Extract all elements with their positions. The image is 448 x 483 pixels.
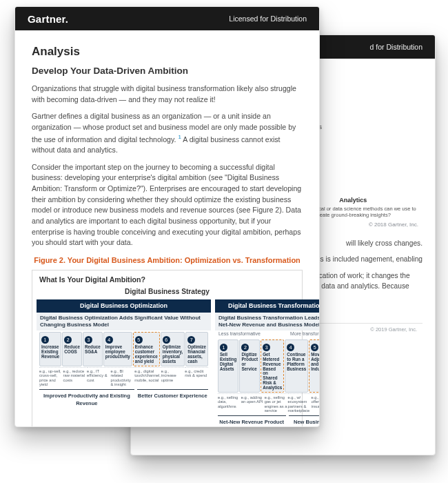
step-example: e.g., increase uptime <box>161 367 185 388</box>
body-paragraph: Organizations that struggle with digital… <box>32 83 303 105</box>
step-title: Enhance customer experience and yield <box>135 345 158 364</box>
document-page-front: Gartner. Licensed for Distribution Analy… <box>14 6 320 427</box>
step-title: Move Into Adjacent and New Industries <box>311 353 320 372</box>
step-title: Increase Existing Revenue <box>41 345 59 359</box>
header-bar: Gartner. Licensed for Distribution <box>15 7 319 30</box>
step-card: 2Digitize Product or Service <box>239 339 260 393</box>
step-card: 3Reduce SG&A <box>83 332 103 366</box>
step-card: 3Get Metered Revenue Based on Shared Ris… <box>261 339 284 393</box>
step-number-icon: 2 <box>241 344 249 351</box>
step-number-icon: 1 <box>220 344 227 351</box>
step-title: Reduce SG&A <box>85 345 101 355</box>
step-card: 4Improve employee productivity <box>103 332 132 366</box>
step-example: e.g., Tesla offering insurance <box>311 393 320 414</box>
page-subtitle: Develop Your Data-Driven Ambition <box>32 64 303 78</box>
step-example: e.g., up-sell, cross-sell, price and yie… <box>39 367 63 388</box>
step-title: Continue to Run a Platform Business <box>287 353 306 372</box>
column-header: Digital Business Transformation <box>215 299 320 313</box>
scale-low: Less transformative <box>218 331 261 337</box>
step-number-icon: 7 <box>187 336 195 344</box>
scale-high: More transformative <box>290 331 320 337</box>
step-card: 5Enhance customer experience and yield <box>133 332 160 366</box>
step-example: e.g., IT efficiency & cost <box>87 367 110 388</box>
step-number-icon: 2 <box>64 336 72 344</box>
column-subheader: Digital Business Optimization Adds Signi… <box>37 313 211 331</box>
page-body: Analysis Develop Your Data-Driven Ambiti… <box>15 30 319 427</box>
step-title: Optimize financial assets, cash <box>187 345 206 364</box>
step-example: e.g., selling data, algorithms <box>218 393 241 414</box>
transformation-column: Digital Business Transformation Digital … <box>215 299 320 427</box>
step-title: Digitize Product or Service <box>241 353 258 372</box>
step-title: Improve employee productivity <box>105 345 130 359</box>
step-card: 2Reduce COGS <box>62 332 82 366</box>
footer-copyright: © 2019 Gartner, Inc. <box>370 326 417 333</box>
step-title: Get Metered Revenue Based on Shared Risk… <box>263 353 282 391</box>
brace-label: Better Customer Experience <box>137 389 208 407</box>
brace-label: Improved Productivity and Existing Reven… <box>39 389 134 407</box>
step-card: 5Move Into Adjacent and New Industries <box>309 339 320 393</box>
step-example: e.g., reduce raw material costs <box>63 367 87 388</box>
step-card: 6Optimize inventory, physical assets <box>161 332 185 366</box>
step-card: 1Sell Existing Digital Assets <box>218 339 239 393</box>
step-example: e.g., digital touch/channel, mobile, soc… <box>134 367 161 388</box>
step-card: 4Continue to Run a Platform Business <box>285 339 308 393</box>
step-number-icon: 5 <box>135 336 143 344</box>
brand-logo: Gartner. <box>28 13 68 25</box>
step-card: 7Optimize financial assets, cash <box>185 332 208 366</box>
figure-box: What Is Your Digital Ambition? Digital B… <box>32 270 303 427</box>
chart-strategy-label: Digital Business Strategy <box>32 286 302 299</box>
license-label: Licensed for Distribution <box>229 14 307 23</box>
brace-label: Net-New Revenue Product and Services <box>218 415 286 427</box>
step-title: Sell Existing Digital Assets <box>220 353 237 372</box>
step-number-icon: 1 <box>41 336 49 344</box>
step-number-icon: 5 <box>311 344 318 351</box>
step-number-icon: 6 <box>163 336 170 344</box>
step-title: Optimize inventory, physical assets <box>163 345 183 364</box>
chart-question: What Is Your Digital Ambition? <box>32 270 302 286</box>
step-number-icon: 4 <box>287 344 294 351</box>
figure-caption: Figure 2. Your Digital Business Ambition… <box>32 255 303 266</box>
step-title: Reduce COGS <box>64 345 80 355</box>
optimization-column: Digital Business Optimization Digital Bu… <box>37 299 211 427</box>
body-paragraph: Consider the important step on the journ… <box>32 162 303 248</box>
step-card: 1Increase Existing Revenue <box>39 332 61 366</box>
step-example: e.g., credit risk & spend <box>185 367 208 388</box>
brace-label: New Business Models <box>289 415 320 427</box>
step-number-icon: 3 <box>85 336 92 344</box>
step-example: e.g., w/ ecosystem partners & marketplac… <box>288 393 311 414</box>
license-label: d for Distribution <box>370 43 422 51</box>
column-subheader: Digital Business Transformation Leads to… <box>215 313 320 331</box>
step-example: e.g., BI related productivity & insight <box>111 367 134 388</box>
body-paragraph: Gartner defines a digital business as an… <box>32 111 303 155</box>
step-example: e.g., selling gas or jet engines as a se… <box>265 393 287 414</box>
page-title: Analysis <box>32 43 303 60</box>
step-number-icon: 4 <box>105 336 113 344</box>
step-example: e.g., adding an open API <box>241 393 264 414</box>
column-header: Digital Business Optimization <box>37 299 211 313</box>
step-number-icon: 3 <box>263 344 270 351</box>
